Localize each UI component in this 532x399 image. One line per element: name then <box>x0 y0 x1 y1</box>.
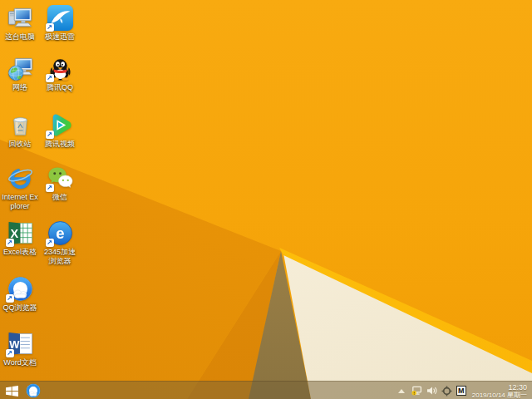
desktop-icon-2345-browser[interactable]: e 2345加速浏览器 <box>41 220 79 266</box>
desktop-icon-network[interactable]: 网络 <box>1 56 39 92</box>
wechat-bubbles-icon <box>47 165 73 191</box>
taskbar-pinned-qq-browser[interactable] <box>26 383 41 398</box>
recycle-bin-icon <box>7 112 33 138</box>
shortcut-arrow-icon <box>6 349 14 357</box>
internet-explorer-icon <box>7 165 33 191</box>
shortcut-arrow-icon <box>6 239 14 247</box>
icon-label: Internet Explorer <box>1 193 39 211</box>
chevron-up-icon <box>398 389 405 393</box>
xunlei-bird-icon <box>47 5 73 31</box>
network-status-tray[interactable] <box>411 386 422 396</box>
2345-browser-icon: e <box>47 220 73 246</box>
taskbar-clock[interactable]: 12:30 2019/10/14 星期一 <box>470 382 530 399</box>
desktop-icon-internet-explorer[interactable]: Internet Explorer <box>1 165 39 211</box>
icon-label: 微信 <box>52 193 67 202</box>
shortcut-arrow-icon <box>46 23 54 32</box>
this-pc-icon <box>7 5 33 31</box>
shortcut-arrow-icon <box>46 239 54 247</box>
safety-center-tray[interactable] <box>441 386 452 396</box>
desktop-icon-word[interactable]: W Word文档 <box>1 331 39 367</box>
qq-browser-icon <box>7 276 33 302</box>
shortcut-arrow-icon <box>46 184 54 192</box>
icon-label: QQ浏览器 <box>2 303 37 313</box>
svg-text:e: e <box>56 224 64 242</box>
desktop-icon-tencent-video[interactable]: 腾讯视频 <box>41 112 79 149</box>
desktop: 这台电脑 极速迅雷 <box>0 0 532 399</box>
icon-label: 腾讯QQ <box>47 83 73 92</box>
network-warning-icon <box>411 386 422 396</box>
crosshair-circle-icon <box>441 386 452 397</box>
icon-label: Word文档 <box>3 358 36 367</box>
icon-label: 2345加速浏览器 <box>41 248 79 266</box>
input-method-indicator[interactable]: M <box>456 386 466 396</box>
clock-time: 12:30 <box>472 384 527 392</box>
shortcut-arrow-icon <box>46 131 54 139</box>
icon-label: 回收站 <box>9 140 32 149</box>
desktop-icon-excel[interactable]: X Excel表格 <box>1 220 39 257</box>
desktop-icon-wechat[interactable]: 微信 <box>41 165 79 202</box>
desktop-icon-recycle-bin[interactable]: 回收站 <box>1 112 39 149</box>
start-button[interactable] <box>6 385 18 396</box>
show-hidden-icons-button[interactable] <box>397 386 407 396</box>
desktop-icon-xunlei[interactable]: 极速迅雷 <box>41 5 79 42</box>
excel-icon: X <box>7 220 33 246</box>
icon-label: 网络 <box>12 83 27 92</box>
shortcut-arrow-icon <box>46 74 54 82</box>
word-icon: W <box>7 331 33 357</box>
desktop-icon-tencent-qq[interactable]: 腾讯QQ <box>41 56 79 92</box>
icon-label: 极速迅雷 <box>45 32 75 42</box>
qq-penguin-icon <box>47 56 73 81</box>
shortcut-arrow-icon <box>6 294 14 303</box>
clock-date: 2019/10/14 星期一 <box>472 392 527 399</box>
icon-label: 腾讯视频 <box>45 140 75 149</box>
windows-logo-icon <box>6 386 18 397</box>
system-tray: M 12:30 2019/10/14 星期一 <box>397 382 530 399</box>
qq-browser-icon <box>26 383 41 398</box>
taskbar: M 12:30 2019/10/14 星期一 <box>0 381 532 399</box>
tencent-video-play-icon <box>47 112 73 138</box>
desktop-icon-this-pc[interactable]: 这台电脑 <box>1 5 39 42</box>
volume-tray[interactable] <box>426 386 437 396</box>
network-globe-icon <box>7 56 33 81</box>
speaker-icon <box>426 386 437 396</box>
icon-label: 这台电脑 <box>5 32 35 42</box>
icon-label: Excel表格 <box>3 248 37 257</box>
desktop-icon-qq-browser[interactable]: QQ浏览器 <box>1 276 39 313</box>
